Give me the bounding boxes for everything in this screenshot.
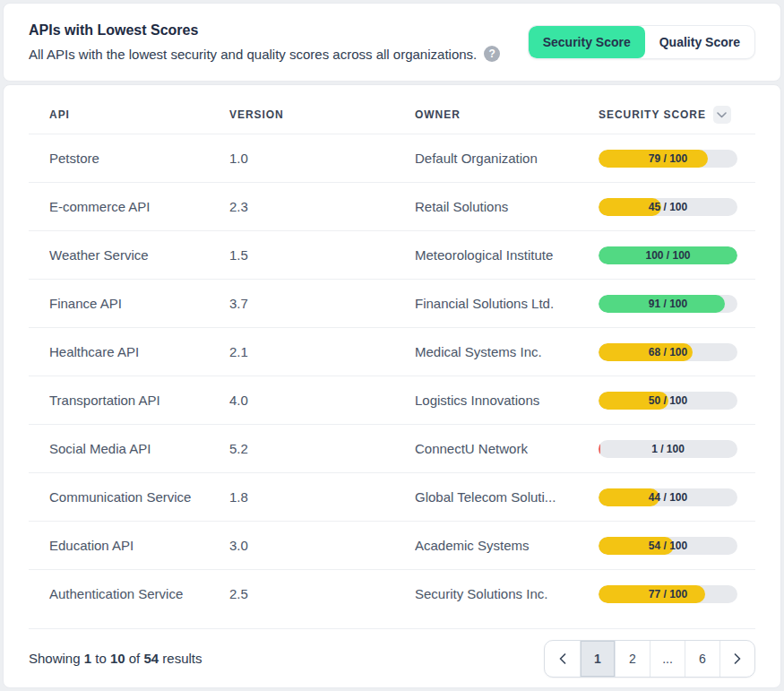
cell-version: 2.3 [229, 199, 415, 214]
cell-version: 2.1 [229, 344, 415, 359]
cell-owner: Medical Systems Inc. [415, 344, 599, 359]
column-header-owner: OWNER [415, 108, 599, 121]
pagination-page-2[interactable]: 2 [615, 641, 650, 677]
score-bar-label: 79 / 100 [599, 150, 737, 168]
cell-api: Communication Service [49, 489, 229, 505]
cell-owner: Security Solutions Inc. [415, 586, 599, 601]
results-to: 10 [110, 651, 125, 666]
question-mark-icon[interactable]: ? [484, 46, 500, 62]
results-from: 1 [84, 651, 91, 666]
security-score-bar: 44 / 100 [599, 488, 737, 506]
cell-api: Finance API [49, 296, 229, 311]
pagination-page-1[interactable]: 1 [580, 641, 615, 677]
page-subtitle: All APIs with the lowest security and qu… [29, 47, 477, 62]
score-bar-label: 77 / 100 [599, 585, 737, 603]
cell-version: 4.0 [229, 393, 415, 408]
security-score-bar: 100 / 100 [599, 246, 737, 264]
security-score-bar: 54 / 100 [599, 537, 737, 555]
cell-version: 1.0 [229, 151, 415, 166]
score-bar-label: 68 / 100 [599, 343, 737, 361]
security-score-bar: 1 / 100 [599, 440, 737, 458]
table-row[interactable]: Authentication Service 2.5 Security Solu… [29, 569, 755, 618]
cell-owner: ConnectU Network [415, 441, 599, 456]
cell-owner: Global Telecom Soluti... [415, 489, 599, 505]
cell-api: Weather Service [49, 247, 229, 263]
table-row[interactable]: Social Media API 5.2 ConnectU Network 1 … [29, 424, 755, 472]
cell-owner: Retail Solutions [415, 199, 599, 214]
table-body: Petstore 1.0 Default Organization 79 / 1… [29, 134, 755, 618]
table-row[interactable]: E-commerce API 2.3 Retail Solutions 45 /… [29, 182, 755, 230]
score-bar-label: 100 / 100 [599, 246, 737, 264]
cell-owner: Academic Systems [415, 538, 599, 553]
security-score-bar: 91 / 100 [599, 295, 737, 313]
cell-version: 3.0 [229, 538, 415, 553]
cell-version: 1.5 [229, 247, 415, 263]
cell-owner: Financial Solutions Ltd. [415, 296, 599, 311]
results-summary: Showing 1 to 10 of 54 results [29, 651, 202, 666]
cell-api: Petstore [49, 151, 229, 166]
security-score-bar: 45 / 100 [599, 198, 737, 216]
cell-api: Authentication Service [49, 586, 229, 601]
scores-table-card: API VERSION OWNER SECURITY SCORE Petstor… [3, 84, 781, 688]
cell-api: Healthcare API [49, 344, 229, 359]
chevron-down-icon[interactable] [713, 106, 731, 124]
toggle-quality-score[interactable]: Quality Score [645, 26, 754, 58]
results-total: 54 [143, 651, 159, 666]
cell-api: Transportation API [49, 393, 229, 408]
table-row[interactable]: Finance API 3.7 Financial Solutions Ltd.… [29, 279, 755, 327]
score-bar-label: 44 / 100 [599, 488, 737, 506]
score-bar-label: 91 / 100 [599, 295, 737, 313]
table-footer: Showing 1 to 10 of 54 results 12...6 [29, 628, 755, 687]
cell-version: 1.8 [229, 489, 415, 505]
table-header-row: API VERSION OWNER SECURITY SCORE [29, 96, 755, 134]
cell-owner: Default Organization [415, 151, 599, 166]
score-bar-label: 50 / 100 [599, 392, 737, 410]
security-score-bar: 50 / 100 [599, 392, 737, 410]
widget-header: APIs with Lowest Scores All APIs with th… [3, 3, 781, 82]
security-score-bar: 68 / 100 [599, 343, 737, 361]
header-text-block: APIs with Lowest Scores All APIs with th… [29, 22, 500, 62]
score-bar-label: 54 / 100 [599, 537, 737, 555]
page-title: APIs with Lowest Scores [29, 22, 500, 39]
table-row[interactable]: Healthcare API 2.1 Medical Systems Inc. … [29, 327, 755, 376]
lowest-scores-widget: APIs with Lowest Scores All APIs with th… [0, 0, 784, 691]
cell-api: Social Media API [49, 441, 229, 456]
security-score-bar: 79 / 100 [599, 150, 737, 168]
column-header-api: API [49, 108, 229, 121]
score-type-toggle: Security Score Quality Score [528, 25, 755, 59]
column-header-version: VERSION [229, 108, 415, 121]
score-bar-label: 1 / 100 [599, 440, 737, 458]
pagination-page-6[interactable]: 6 [685, 641, 719, 677]
score-bar-label: 45 / 100 [599, 198, 737, 216]
cell-version: 3.7 [229, 296, 415, 311]
table-row[interactable]: Communication Service 1.8 Global Telecom… [29, 472, 755, 521]
security-score-bar: 77 / 100 [599, 585, 737, 603]
cell-owner: Logistics Innovations [415, 393, 599, 408]
cell-version: 2.5 [229, 586, 415, 601]
cell-api: E-commerce API [49, 199, 229, 214]
table-row[interactable]: Transportation API 4.0 Logistics Innovat… [29, 376, 755, 424]
pagination: 12...6 [544, 640, 755, 678]
cell-version: 5.2 [229, 441, 415, 456]
table-row[interactable]: Weather Service 1.5 Meteorological Insti… [29, 230, 755, 279]
toggle-security-score[interactable]: Security Score [529, 26, 645, 58]
cell-owner: Meteorological Institute [415, 247, 599, 263]
chevron-left-icon[interactable] [545, 641, 580, 677]
table-row[interactable]: Education API 3.0 Academic Systems 54 / … [29, 521, 755, 569]
chevron-right-icon[interactable] [719, 641, 754, 677]
cell-api: Education API [49, 538, 229, 553]
pagination-ellipsis: ... [650, 641, 685, 677]
table-row[interactable]: Petstore 1.0 Default Organization 79 / 1… [29, 134, 755, 182]
column-header-security-score: SECURITY SCORE [599, 106, 755, 124]
